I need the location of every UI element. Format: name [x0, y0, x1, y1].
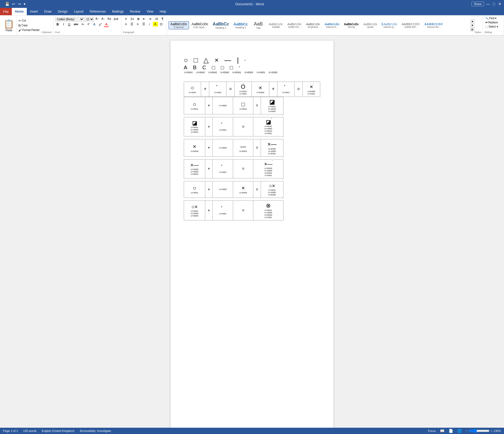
shading-button[interactable]: A	[153, 22, 158, 27]
style-subtle-emphasis[interactable]: AaBbCcDc Subtle Em...	[286, 22, 303, 29]
symbol-tick: ʼ	[244, 59, 246, 64]
tab-draw[interactable]: Draw	[41, 8, 55, 15]
zoom-slider[interactable]	[469, 429, 490, 433]
select-button[interactable]: ⬚ Select ▾	[485, 25, 499, 28]
maximize-button[interactable]: □	[493, 2, 495, 6]
show-hide-button[interactable]: ¶	[160, 17, 165, 21]
close-button[interactable]: ✕	[498, 2, 501, 6]
bold-button[interactable]: B	[55, 22, 60, 27]
tab-review[interactable]: Review	[127, 8, 143, 15]
combo-row-circle-cross: ○ U+0041 + U+200D × U+	[184, 181, 284, 198]
share-button[interactable]: Share	[471, 2, 484, 6]
text-highlight-button[interactable]: 🖊	[97, 22, 103, 27]
format-painter-button[interactable]: 🖌 Format Painter	[18, 28, 40, 32]
font-size-decrease-button[interactable]: A↓	[101, 17, 106, 22]
view-web-button[interactable]: 🌐	[457, 429, 462, 433]
style-quote[interactable]: AaBbCcDc Quote	[361, 22, 379, 29]
underline-button[interactable]: U	[67, 22, 72, 27]
redo-button[interactable]: ↪	[17, 2, 22, 6]
style-title[interactable]: AaB Title	[250, 20, 266, 30]
combo-cell-circle-left: ○ U+0041	[184, 82, 201, 97]
font-size-increase-button[interactable]: A↑	[94, 17, 100, 22]
undo-button[interactable]: ↩	[11, 2, 16, 6]
style-heading1[interactable]: AaBbCc Heading 1	[211, 21, 231, 30]
style-strong[interactable]: AaBbCcDc Strong	[342, 22, 361, 29]
tab-layout[interactable]: Layout	[71, 8, 87, 15]
justify-button[interactable]: ☰	[141, 22, 146, 27]
text-effects-button[interactable]: A	[92, 22, 97, 27]
font-group-label: Font	[55, 31, 60, 34]
italic-button[interactable]: I	[61, 22, 66, 27]
style-no-spacing[interactable]: AaBbCcDc ¶ No Spac...	[190, 21, 210, 29]
font-name-select[interactable]: Calibri (Body)	[55, 17, 84, 22]
tab-file[interactable]: File	[0, 8, 12, 15]
style-heading2[interactable]: AaBbCc Heading 2	[232, 21, 250, 30]
subscript-button[interactable]: x₂	[80, 22, 85, 27]
tab-insert[interactable]: Insert	[27, 8, 41, 15]
paste-button[interactable]: 📋 Paste	[2, 17, 17, 34]
align-center-button[interactable]: ☰	[129, 22, 135, 27]
editing-group-label: Editing	[485, 31, 492, 34]
qat-dropdown-button[interactable]: ▾	[23, 2, 26, 6]
style-emphasis[interactable]: AaBbCcDc Emphasis	[304, 22, 322, 29]
document-page[interactable]: ○ □ △ × — | ʼ	[171, 41, 333, 434]
symbol-bar: |	[237, 56, 239, 64]
numbering-button[interactable]: 1≡	[129, 17, 135, 21]
symbol-sq2: □	[221, 65, 224, 71]
clear-format-button[interactable]: A✕	[113, 17, 120, 22]
border-button[interactable]: ⊡	[159, 22, 164, 27]
tab-help[interactable]: Help	[156, 8, 169, 15]
symbol-accent: ʼ	[239, 66, 240, 71]
tab-view[interactable]: View	[143, 8, 156, 15]
cell-result-circle-cross: ○× U+0041 U+200D U+E000	[261, 181, 283, 198]
multilevel-button[interactable]: ≣	[136, 17, 141, 21]
view-read-button[interactable]: 📖	[440, 429, 444, 433]
cell-cross: × U+E000	[184, 139, 205, 156]
style-intense-ref[interactable]: AABBCCDC Intense Re...	[423, 22, 445, 29]
sort-button[interactable]: ↕A	[153, 17, 159, 21]
focus-label[interactable]: Focus	[428, 429, 436, 432]
combination-table: ○ U+0041 + ́ U+0301 = Ó	[184, 82, 320, 97]
styles-expand[interactable]: ⊞	[470, 28, 475, 31]
tab-mailings[interactable]: Mailings	[109, 8, 127, 15]
style-subtitle[interactable]: AaBbCcDc Subtitle	[267, 22, 285, 29]
format-painter-label: Format Painter	[22, 29, 40, 31]
symbol-row-1: ○ □ △ × — | ʼ	[184, 56, 320, 64]
style-normal[interactable]: AaBbCcDc ¶ Normal	[169, 21, 189, 29]
style-subtle-ref[interactable]: AABBCCDC Subtle Ref...	[400, 22, 422, 29]
font-color-button[interactable]: A	[104, 22, 109, 27]
styles-scroll-down[interactable]: ▼	[470, 23, 475, 27]
find-button[interactable]: 🔍 Find ▾	[485, 17, 499, 20]
style-intense-quote[interactable]: AaBbCcDc Intense Q...	[380, 22, 399, 29]
eq-op-2: =	[233, 117, 253, 136]
font-case-button[interactable]: Aa	[106, 17, 112, 22]
combo-cell-u0301: ́ U+0301	[209, 82, 226, 97]
zoom-in-button[interactable]: +	[491, 429, 492, 432]
paste-icon: 📋	[4, 19, 14, 29]
cut-button[interactable]: ✂ Cut	[18, 19, 40, 23]
styles-scroll-up[interactable]: ▲	[470, 19, 475, 23]
save-button[interactable]: 💾	[4, 2, 10, 6]
accessibility-check[interactable]: Accessibility: Investigate	[80, 429, 111, 432]
tab-references[interactable]: References	[87, 8, 109, 15]
font-size-select[interactable]: 11	[85, 17, 94, 22]
zoom-level[interactable]: 130%	[494, 429, 501, 432]
tab-design[interactable]: Design	[55, 8, 71, 15]
strikethrough-button[interactable]: abc	[72, 22, 80, 27]
replace-button[interactable]: ⇄ Replace	[485, 21, 499, 24]
bullets-button[interactable]: ≡	[123, 17, 129, 21]
view-print-button[interactable]: 📄	[449, 429, 453, 433]
decrease-indent-button[interactable]: ⇤	[141, 17, 147, 21]
symbol-char: □	[194, 56, 198, 64]
style-intense-emphasis[interactable]: AaBbCcDc Intense E...	[323, 22, 341, 29]
zoom-out-button[interactable]: −	[466, 429, 468, 432]
minimize-button[interactable]: —	[486, 2, 490, 6]
line-spacing-button[interactable]: ↕	[147, 22, 152, 27]
language[interactable]: English (United Kingdom)	[42, 429, 75, 432]
superscript-button[interactable]: x²	[86, 22, 91, 27]
increase-indent-button[interactable]: ⇥	[147, 17, 153, 21]
copy-button[interactable]: ⧉ Copy	[18, 23, 40, 28]
align-left-button[interactable]: ≡	[123, 22, 129, 27]
align-right-button[interactable]: ≡	[135, 22, 140, 27]
tab-home[interactable]: Home	[12, 8, 27, 15]
